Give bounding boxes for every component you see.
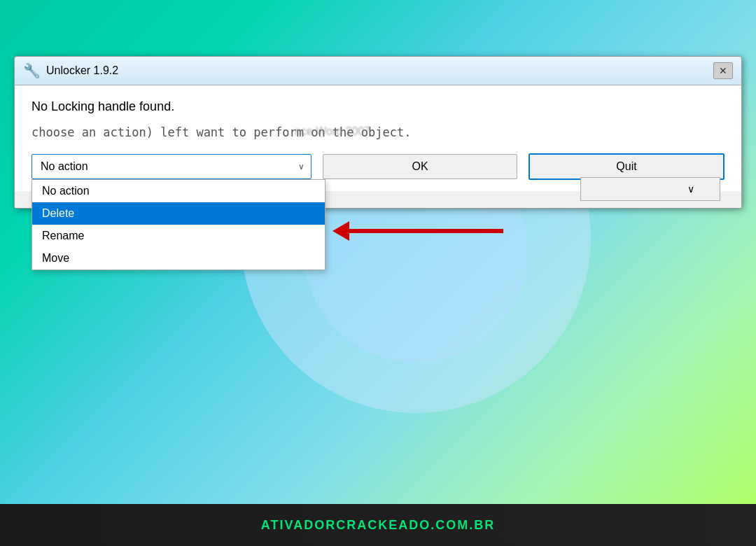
action-dropdown[interactable]: No action ∨ [31,154,312,179]
ok-button[interactable]: OK [323,154,517,179]
dropdown-item-delete[interactable]: Delete [32,202,325,225]
arrow-head [332,221,349,241]
action-dropdown-container: No action ∨ [31,154,312,179]
dialog-instruction: choose an action) left want to perform o… [31,125,724,139]
dropdown-item-label: No action [42,185,90,197]
dialog-body: No Locking handle found. choose an actio… [15,85,741,191]
dropdown-item-label: Delete [42,207,74,219]
rename-arrow-indicator [332,221,503,241]
dropdown-item-rename[interactable]: Rename [32,225,325,247]
dialog-message: No Locking handle found. [31,99,724,114]
bottom-bar-text: ATIVADORCRACKEADO.COM.BR [261,518,495,533]
dialog-overlay: 🔧 Unlocker 1.9.2 ✕ No Locking handle fou… [7,49,749,504]
dropdown-item-no-action[interactable]: No action [32,180,325,202]
dropdown-selected-value: No action [41,160,88,172]
dropdown-item-move[interactable]: Move [32,247,325,270]
action-dropdown-wrapper: No action ∨ No action Delete Ren [31,154,312,179]
dialog-title: Unlocker 1.9.2 [46,64,708,77]
dialog-controls-row: No action ∨ No action Delete Ren [31,153,724,180]
dropdown-menu: No action Delete Rename Move [31,179,326,270]
dropdown-arrow-icon: ∨ [298,162,304,172]
unlocker-icon: 🔧 [23,62,41,79]
quit-button[interactable]: Quit [528,153,724,180]
second-dropdown[interactable]: ∨ [580,177,720,201]
arrow-shaft [349,229,503,233]
close-button[interactable]: ✕ [713,62,733,79]
dialog-titlebar: 🔧 Unlocker 1.9.2 ✕ [15,57,741,85]
second-dropdown-arrow-icon: ∨ [687,183,694,195]
dropdown-item-label: Rename [42,230,84,241]
background-watermark-text: nce Word 2007 [295,125,370,138]
bottom-bar: ATIVADORCRACKEADO.COM.BR [0,504,756,546]
dialog-window: 🔧 Unlocker 1.9.2 ✕ No Locking handle fou… [14,56,742,209]
dropdown-item-label: Move [42,252,69,264]
